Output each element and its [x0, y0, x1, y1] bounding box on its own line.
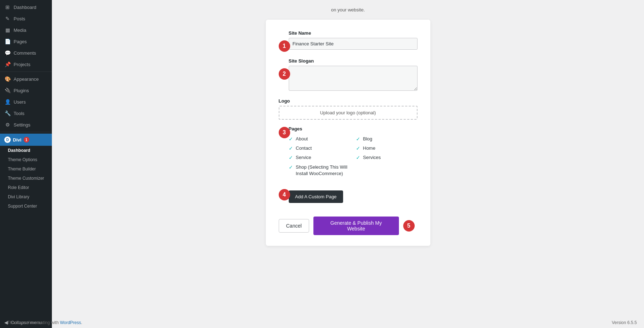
footer-text: Thank you for creating with WordPress. [7, 320, 82, 325]
version-text: Version 6.5.5 [612, 320, 637, 325]
page-about-label: About [296, 136, 308, 142]
sidebar-item-pages[interactable]: 📄 Pages [0, 36, 52, 47]
sidebar-item-dashboard[interactable]: ⊞ Dashboard [0, 1, 52, 13]
page-checkbox-service[interactable]: ✓ Service [289, 154, 350, 161]
submenu-item-theme-options[interactable]: Theme Options [0, 155, 52, 164]
sidebar-item-posts[interactable]: ✎ Posts [0, 13, 52, 24]
check-shop-icon: ✓ [289, 164, 293, 170]
media-icon: ▦ [4, 27, 11, 33]
main-content: on your website. 1 Site Name 2 Site Slog… [52, 0, 644, 328]
page-blog-label: Blog [363, 136, 372, 142]
divi-menu-item[interactable]: D Divi 1 [0, 134, 52, 146]
page-checkbox-blog[interactable]: ✓ Blog [356, 136, 418, 142]
add-custom-page-button[interactable]: Add A Custom Page [289, 190, 343, 203]
projects-icon: 📌 [4, 61, 11, 67]
page-checkbox-home[interactable]: ✓ Home [356, 145, 418, 151]
check-contact-icon: ✓ [289, 145, 293, 151]
appearance-icon: 🎨 [4, 76, 11, 82]
page-subtitle: on your website. [331, 7, 365, 13]
site-name-label: Site Name [289, 30, 418, 36]
footer-bar: Thank you for creating with WordPress. V… [0, 317, 644, 328]
wordpress-link[interactable]: WordPress [60, 320, 81, 325]
cancel-button[interactable]: Cancel [279, 219, 309, 233]
settings-icon: ⚙ [4, 122, 11, 128]
page-services-label: Services [363, 154, 381, 161]
setup-dialog: 1 Site Name 2 Site Slogan Logo Upload yo… [266, 20, 430, 246]
step2-row: 2 Site Slogan [279, 58, 418, 92]
site-name-input[interactable] [289, 38, 418, 50]
sidebar-item-comments[interactable]: 💬 Comments [0, 47, 52, 59]
step5-badge: 5 [403, 220, 415, 232]
plugins-icon: 🔌 [4, 88, 11, 93]
dialog-footer: Cancel Generate & Publish My Website 5 [279, 217, 418, 235]
page-checkbox-shop[interactable]: ✓ Shop (Selecting This Will Install WooC… [289, 164, 350, 177]
comments-icon: 💬 [4, 50, 11, 56]
step1-badge: 1 [279, 40, 290, 52]
site-slogan-input[interactable] [289, 66, 418, 91]
tools-icon: 🔧 [4, 110, 11, 116]
step3-badge: 3 [279, 127, 290, 138]
publish-button[interactable]: Generate & Publish My Website [313, 217, 399, 235]
page-checkbox-contact[interactable]: ✓ Contact [289, 145, 350, 151]
submenu-item-role-editor[interactable]: Role Editor [0, 183, 52, 192]
step4-badge: 4 [279, 189, 290, 200]
site-slogan-label: Site Slogan [289, 58, 418, 64]
sidebar-item-projects[interactable]: 📌 Projects [0, 59, 52, 70]
page-home-label: Home [363, 145, 376, 151]
submenu-item-theme-customizer[interactable]: Theme Customizer [0, 174, 52, 183]
sidebar-item-tools[interactable]: 🔧 Tools [0, 108, 52, 119]
pages-label: Pages [289, 126, 418, 131]
step4-row: 4 Add A Custom Page [279, 189, 418, 210]
sidebar-item-users[interactable]: 👤 Users [0, 96, 52, 108]
check-service-icon: ✓ [289, 155, 293, 160]
divi-submenu: Dashboard Theme Options Theme Builder Th… [0, 146, 52, 211]
submenu-item-divi-library[interactable]: Divi Library [0, 192, 52, 202]
sidebar-item-plugins[interactable]: 🔌 Plugins [0, 85, 52, 96]
dashboard-icon: ⊞ [4, 4, 11, 10]
page-contact-label: Contact [296, 145, 312, 151]
page-checkbox-services[interactable]: ✓ Services [356, 154, 418, 161]
page-checkbox-about[interactable]: ✓ About [289, 136, 350, 142]
submenu-item-support-center[interactable]: Support Center [0, 202, 52, 211]
check-services-icon: ✓ [356, 155, 360, 160]
logo-label: Logo [279, 98, 418, 104]
check-blog-icon: ✓ [356, 136, 360, 142]
page-shop-label: Shop (Selecting This Will Install WooCom… [296, 164, 350, 177]
posts-icon: ✎ [4, 16, 11, 21]
sidebar: ⊞ Dashboard ✎ Posts ▦ Media 📄 Pages 💬 Co… [0, 0, 52, 328]
users-icon: 👤 [4, 99, 11, 105]
step2-badge: 2 [279, 68, 290, 80]
logo-upload-button[interactable]: Upload your logo (optional) [279, 106, 418, 120]
divi-icon: D [4, 136, 11, 143]
sidebar-item-settings[interactable]: ⚙ Settings [0, 119, 52, 130]
step3-row: 3 Pages ✓ About ✓ Blog [279, 126, 418, 183]
sidebar-item-media[interactable]: ▦ Media [0, 24, 52, 36]
divi-badge: 1 [24, 137, 29, 143]
submenu-item-theme-builder[interactable]: Theme Builder [0, 164, 52, 174]
submenu-item-dashboard[interactable]: Dashboard [0, 146, 52, 155]
check-home-icon: ✓ [356, 145, 360, 151]
step1-row: 1 Site Name [279, 30, 418, 52]
sidebar-item-appearance[interactable]: 🎨 Appearance [0, 73, 52, 85]
pages-icon: 📄 [4, 39, 11, 44]
pages-grid: ✓ About ✓ Blog ✓ Contact ✓ [289, 136, 418, 177]
logo-section: Logo Upload your logo (optional) [279, 98, 418, 120]
page-service-label: Service [296, 154, 311, 161]
